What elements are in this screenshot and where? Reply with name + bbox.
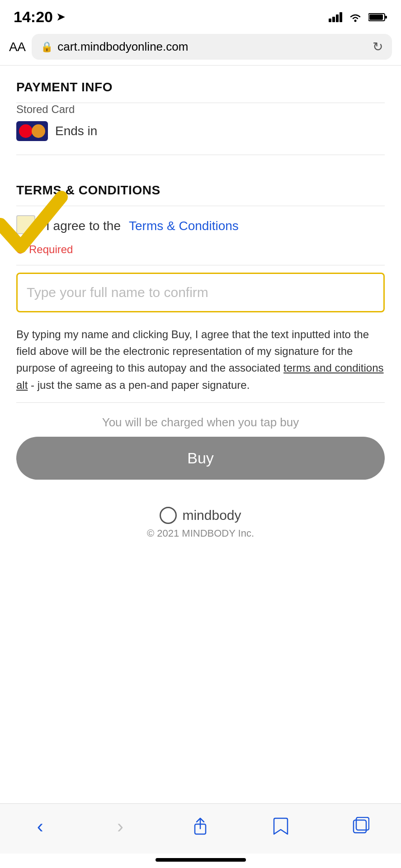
address-bar: AA 🔒 cart.mindbodyonline.com ↻ bbox=[0, 30, 401, 65]
share-icon bbox=[192, 817, 209, 836]
name-input-wrapper bbox=[16, 273, 385, 312]
stored-card-label: Stored Card bbox=[16, 103, 385, 116]
page-content: PAYMENT INFO Stored Card Ends in TERMS &… bbox=[0, 66, 401, 803]
text-size-button[interactable]: AA bbox=[9, 40, 25, 54]
required-text: Required bbox=[29, 243, 73, 256]
status-time: 14:20 ➤ bbox=[14, 8, 65, 26]
terms-divider-mid bbox=[16, 265, 385, 265]
tabs-icon bbox=[352, 817, 369, 836]
bookmark-button[interactable] bbox=[263, 813, 299, 840]
svg-rect-9 bbox=[354, 820, 366, 833]
time-label: 14:20 bbox=[14, 8, 53, 26]
legal-text-suffix: - just the same as a pen-and paper signa… bbox=[28, 379, 250, 391]
status-bar: 14:20 ➤ bbox=[0, 0, 401, 30]
signal-icon bbox=[329, 12, 342, 22]
legal-text: By typing my name and clicking Buy, I ag… bbox=[16, 321, 385, 402]
lock-icon: 🔒 bbox=[41, 41, 53, 53]
wifi-icon bbox=[349, 12, 362, 22]
url-bar[interactable]: 🔒 cart.mindbodyonline.com ↻ bbox=[32, 34, 392, 60]
svg-rect-6 bbox=[385, 16, 387, 19]
forward-button[interactable]: › bbox=[102, 813, 138, 840]
battery-icon bbox=[368, 12, 387, 22]
home-indicator bbox=[0, 854, 401, 868]
svg-rect-1 bbox=[332, 17, 335, 22]
buy-button[interactable]: Buy bbox=[16, 437, 385, 480]
svg-rect-7 bbox=[369, 14, 383, 20]
card-row: Ends in bbox=[16, 121, 385, 155]
terms-title: TERMS & CONDITIONS bbox=[16, 169, 385, 206]
agree-text: I agree to the bbox=[46, 219, 121, 233]
required-dot bbox=[16, 245, 24, 254]
full-name-input[interactable] bbox=[18, 274, 383, 311]
mindbody-circle-icon bbox=[160, 507, 177, 524]
back-button[interactable]: ‹ bbox=[22, 813, 58, 840]
share-button[interactable] bbox=[182, 813, 218, 840]
url-text: cart.mindbodyonline.com bbox=[57, 40, 368, 54]
mindbody-brand-name: mindbody bbox=[182, 508, 241, 523]
charge-notice-row: You will be charged when you tap buy bbox=[16, 403, 385, 437]
agree-checkbox[interactable] bbox=[16, 215, 35, 234]
svg-rect-10 bbox=[356, 817, 369, 830]
tabs-button[interactable] bbox=[343, 813, 379, 840]
mc-circle-right bbox=[32, 124, 45, 138]
bookmark-icon bbox=[272, 817, 289, 836]
terms-conditions-link[interactable]: Terms & Conditions bbox=[129, 219, 239, 233]
home-bar bbox=[156, 858, 246, 862]
copyright-text: © 2021 MINDBODY Inc. bbox=[147, 528, 254, 539]
card-ends-in: Ends in bbox=[55, 124, 97, 138]
mastercard-logo bbox=[16, 121, 48, 141]
status-icons bbox=[329, 12, 387, 22]
agree-checkbox-row: I agree to the Terms & Conditions bbox=[16, 206, 385, 241]
svg-rect-3 bbox=[340, 12, 342, 22]
checkbox-wrapper bbox=[16, 215, 38, 237]
mc-circle-left bbox=[19, 124, 33, 138]
refresh-icon[interactable]: ↻ bbox=[373, 39, 383, 54]
back-icon: ‹ bbox=[37, 816, 43, 837]
required-row: Required bbox=[16, 241, 385, 265]
location-arrow-icon: ➤ bbox=[57, 11, 65, 23]
svg-rect-0 bbox=[329, 19, 331, 22]
svg-point-4 bbox=[354, 19, 357, 22]
forward-icon: › bbox=[117, 816, 123, 837]
payment-info-title: PAYMENT INFO bbox=[16, 66, 385, 103]
bottom-toolbar: ‹ › bbox=[0, 803, 401, 854]
mindbody-logo-row: mindbody bbox=[16, 507, 385, 524]
charge-notice-text: You will be charged when you tap buy bbox=[102, 415, 299, 429]
footer: mindbody © 2021 MINDBODY Inc. bbox=[16, 498, 385, 557]
svg-rect-2 bbox=[336, 14, 339, 22]
terms-section: TERMS & CONDITIONS I agree to the Terms … bbox=[16, 155, 385, 403]
payment-info-section: PAYMENT INFO Stored Card Ends in bbox=[16, 66, 385, 155]
